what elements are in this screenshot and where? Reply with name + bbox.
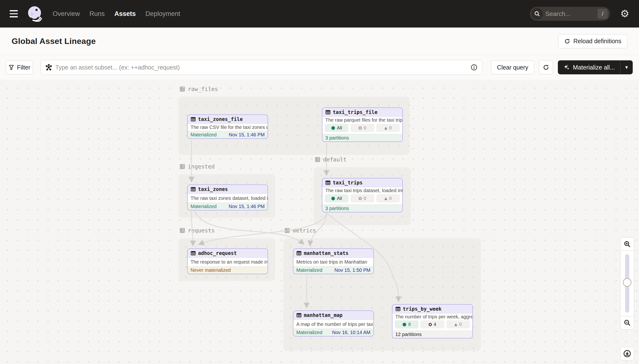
dagster-logo-icon[interactable] [27, 6, 43, 22]
zoom-slider-handle[interactable] [623, 278, 631, 287]
status-badge: Never materialized [191, 268, 231, 273]
triangle-icon: ▲ [454, 322, 457, 326]
ring-icon [359, 197, 362, 200]
asset-node-taxi-trips[interactable]: taxi_trips The raw taxi trips dataset, l… [322, 178, 403, 212]
nav-item-deployment[interactable]: Deployment [145, 10, 180, 18]
menu-icon[interactable] [10, 9, 19, 18]
partitions-count: 12 partitions [395, 332, 422, 337]
table-icon [296, 312, 302, 318]
asset-group-icon [314, 156, 321, 163]
zoom-controls [620, 237, 634, 330]
asset-node-adhoc-request[interactable]: adhoc_request The response to an request… [187, 248, 268, 274]
nav-item-runs[interactable]: Runs [90, 10, 105, 18]
asset-node-taxi-zones[interactable]: taxi_zones The raw taxi zones dataset, l… [187, 184, 268, 210]
group-label-requests[interactable]: requests [179, 228, 215, 234]
status-badge: Materialized [296, 268, 322, 273]
asset-description: The response to an request made in th... [188, 258, 268, 266]
partitions-failed-pill: 0 [350, 124, 374, 132]
partitions-materialized-pill: 8 [395, 320, 418, 328]
partitions-count: 3 partitions [325, 206, 349, 211]
filter-funnel-icon [8, 64, 15, 70]
partitions-materialized-pill: All [325, 124, 348, 132]
asset-name: taxi_zones_file [198, 116, 243, 122]
status-badge: Materialized [191, 132, 217, 138]
primary-nav: Overview Runs Assets Deployment [53, 10, 180, 18]
ring-icon [429, 323, 432, 326]
asset-description: The raw taxi trips dataset, loaded into … [322, 187, 402, 194]
settings-gear-icon[interactable]: ⚙ [620, 9, 629, 19]
asset-description: The raw taxi zones dataset, loaded int..… [188, 194, 268, 202]
table-icon [325, 110, 331, 115]
triangle-icon: ▲ [384, 196, 387, 200]
reload-icon [564, 38, 570, 44]
search-icon [531, 8, 543, 20]
asset-name: taxi_zones [198, 186, 228, 192]
materialize-split-button: Materialize all... ▾ [558, 60, 633, 74]
table-icon [191, 250, 196, 256]
partitions-missing-pill: ▲0 [376, 194, 400, 202]
materialize-all-button[interactable]: Materialize all... [558, 60, 620, 74]
group-label-ingested[interactable]: ingested [179, 164, 215, 170]
asset-query-input[interactable] [55, 64, 467, 71]
top-nav: Overview Runs Assets Deployment / ⚙ [0, 0, 639, 28]
table-icon [325, 180, 331, 186]
materialization-timestamp: Nov 15, 1:46 PM [229, 204, 265, 209]
asset-name: manhattan_map [304, 312, 342, 318]
refresh-button[interactable] [539, 60, 553, 74]
asset-graph-icon [45, 64, 53, 71]
partitions-failed-pill: 4 [420, 320, 444, 328]
table-icon [191, 186, 196, 192]
partitions-missing-pill: ▲0 [376, 124, 400, 132]
asset-name: trips_by_week [403, 306, 441, 312]
materialize-dropdown-button[interactable]: ▾ [620, 60, 633, 74]
search-input[interactable] [545, 10, 595, 18]
materialization-timestamp: Nov 15, 1:50 PM [334, 268, 370, 273]
partitions-materialized-pill: All [325, 194, 348, 202]
group-label-raw-files[interactable]: raw_files [179, 86, 218, 92]
asset-node-manhattan-map[interactable]: manhattan_map A map of the number of tri… [293, 310, 374, 336]
zoom-out-button[interactable] [620, 316, 634, 330]
global-search[interactable]: / [530, 7, 610, 21]
asset-node-manhattan-stats[interactable]: manhattan_stats Metrics on taxi trips in… [293, 248, 374, 274]
zoom-in-button[interactable] [620, 237, 634, 251]
asset-node-taxi-trips-file[interactable]: taxi_trips_file The raw parquet files fo… [322, 108, 403, 142]
asset-name: manhattan_stats [304, 250, 348, 256]
partitions-failed-pill: 0 [350, 194, 374, 202]
reload-definitions-button[interactable]: Reload definitions [558, 34, 627, 48]
zoom-out-icon [623, 319, 631, 326]
ring-icon [359, 126, 362, 130]
zoom-in-icon [623, 240, 631, 248]
lineage-canvas[interactable]: raw_files ingested default requests metr… [0, 80, 639, 364]
info-icon[interactable] [470, 64, 478, 71]
nav-item-assets[interactable]: Assets [115, 10, 136, 18]
materialization-timestamp: Nov 16, 10:14 AM [332, 330, 370, 335]
materialization-timestamp: Nov 15, 1:46 PM [229, 132, 265, 138]
triangle-icon: ▲ [384, 126, 387, 130]
group-label-default[interactable]: default [314, 156, 347, 163]
chevron-down-icon: ▾ [625, 64, 628, 70]
asset-description: The number of trips per week, aggreg... [392, 314, 472, 320]
asset-name: adhoc_request [198, 250, 237, 256]
status-badge: Materialized [296, 330, 322, 335]
zoom-slider[interactable] [620, 251, 634, 316]
partitions-count: 3 partitions [325, 135, 349, 141]
asset-name: taxi_trips_file [333, 109, 377, 115]
asset-group-icon [179, 86, 186, 92]
group-label-metrics[interactable]: metrics [284, 228, 316, 234]
download-image-button[interactable] [620, 347, 634, 360]
table-icon [395, 306, 401, 312]
materialized-dot-icon [331, 197, 335, 200]
asset-description: A map of the number of trips per taxi z.… [293, 320, 373, 328]
asset-description: The raw parquet files for the taxi trips… [322, 117, 402, 123]
filter-button[interactable]: Filter [6, 60, 33, 74]
asset-group-icon [179, 164, 186, 170]
asset-node-trips-by-week[interactable]: trips_by_week The number of trips per we… [392, 304, 473, 338]
clear-query-button[interactable]: Clear query [491, 60, 534, 74]
sparkle-icon [563, 64, 570, 71]
page-title: Global Asset Lineage [12, 36, 96, 46]
partitions-missing-pill: ▲0 [446, 320, 470, 328]
asset-description: The raw CSV file for the taxi zones dat.… [188, 124, 268, 131]
nav-item-overview[interactable]: Overview [53, 10, 80, 18]
lineage-toolbar: Filter Clear query Materialize all... ▾ [0, 55, 639, 80]
asset-node-taxi-zones-file[interactable]: taxi_zones_file The raw CSV file for the… [187, 114, 268, 139]
